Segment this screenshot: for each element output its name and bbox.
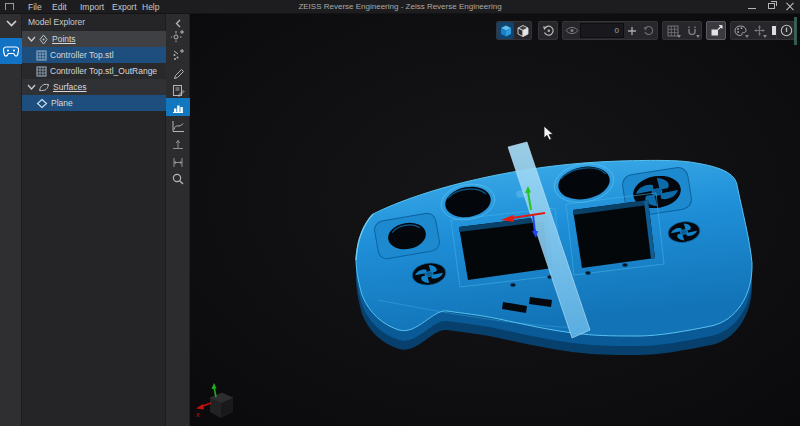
chevron-down-icon[interactable] bbox=[27, 35, 36, 43]
mesh-icon bbox=[36, 50, 47, 61]
tree-item-controller-top-outrange[interactable]: Controller Top.stl_OutRange bbox=[22, 63, 166, 79]
vertical-tool-strip bbox=[166, 14, 190, 426]
reset-view-icon[interactable] bbox=[539, 22, 557, 39]
tree-item-label: Points bbox=[52, 34, 76, 44]
info-icon[interactable] bbox=[777, 22, 795, 39]
magnet-icon[interactable] bbox=[682, 22, 701, 39]
close-button[interactable] bbox=[782, 0, 798, 14]
viewport-area[interactable]: Analyze bbox=[190, 14, 800, 426]
restore-button[interactable] bbox=[764, 0, 780, 14]
search-magnifier-icon[interactable] bbox=[166, 170, 190, 188]
deviation-curve-icon[interactable] bbox=[166, 117, 190, 135]
chevron-down-icon[interactable] bbox=[27, 83, 36, 91]
selection-counter-group: 0 bbox=[562, 21, 658, 40]
window-title: ZEISS Reverse Engineering - Zeiss Revers… bbox=[0, 2, 800, 11]
history-icon[interactable] bbox=[640, 22, 656, 39]
mesh-icon bbox=[36, 66, 47, 77]
tree-item-label: Surfaces bbox=[53, 82, 87, 92]
info-group bbox=[776, 21, 796, 40]
parallel-dimension-icon[interactable] bbox=[166, 153, 190, 171]
wireframe-cube-icon[interactable] bbox=[514, 22, 531, 39]
plane-icon bbox=[36, 98, 48, 109]
move-icon[interactable] bbox=[750, 22, 768, 39]
grid-table-icon[interactable] bbox=[663, 22, 682, 39]
counter-input[interactable]: 0 bbox=[580, 23, 624, 38]
eye-icon[interactable] bbox=[563, 22, 580, 39]
activity-bar bbox=[0, 14, 22, 426]
tree-item-label: Controller Top.stl bbox=[50, 50, 114, 60]
minimize-button[interactable] bbox=[744, 0, 760, 14]
3d-viewport[interactable]: x bbox=[190, 14, 800, 426]
right-edge-accent bbox=[794, 17, 797, 45]
tree-item-plane[interactable]: Plane bbox=[22, 95, 166, 111]
collapse-chevron-icon[interactable] bbox=[6, 20, 17, 27]
mouse-cursor bbox=[543, 125, 555, 141]
tree-item-points[interactable]: Points bbox=[22, 31, 166, 47]
axis-x-label: x bbox=[196, 411, 200, 418]
surfaces-icon bbox=[38, 82, 50, 93]
select-points-icon[interactable] bbox=[166, 45, 190, 63]
tree-item-label: Plane bbox=[51, 98, 73, 108]
model-explorer-panel: Model Explorer Points Controller Top.stl… bbox=[22, 14, 166, 426]
frame-selection-icon[interactable] bbox=[707, 22, 725, 39]
palette-icon[interactable] bbox=[731, 22, 750, 39]
view-mode-group bbox=[496, 21, 532, 40]
application-window: File Edit Import Export Help ZEISS Rever… bbox=[0, 0, 800, 426]
display-options-group bbox=[662, 21, 702, 40]
perpendicular-dimension-icon[interactable] bbox=[166, 135, 190, 153]
add-plus-icon[interactable] bbox=[624, 22, 640, 39]
reset-view-group bbox=[538, 21, 558, 40]
panel-title: Model Explorer bbox=[28, 17, 85, 27]
title-bar: File Edit Import Export Help ZEISS Rever… bbox=[0, 0, 800, 14]
annotation-icon[interactable] bbox=[166, 81, 190, 99]
shaded-cube-icon[interactable] bbox=[497, 22, 514, 39]
pencil-icon[interactable] bbox=[166, 64, 190, 82]
active-project-tile[interactable] bbox=[0, 38, 22, 64]
add-point-icon[interactable] bbox=[166, 26, 190, 44]
frame-selection-group bbox=[706, 21, 726, 40]
tree-item-surfaces[interactable]: Surfaces bbox=[22, 79, 166, 95]
tree-item-label: Controller Top.stl_OutRange bbox=[50, 66, 157, 76]
histogram-icon[interactable] bbox=[166, 98, 190, 116]
points-icon bbox=[38, 34, 49, 45]
tree-item-controller-top[interactable]: Controller Top.stl bbox=[22, 47, 166, 63]
gamepad-project-icon bbox=[3, 45, 19, 57]
